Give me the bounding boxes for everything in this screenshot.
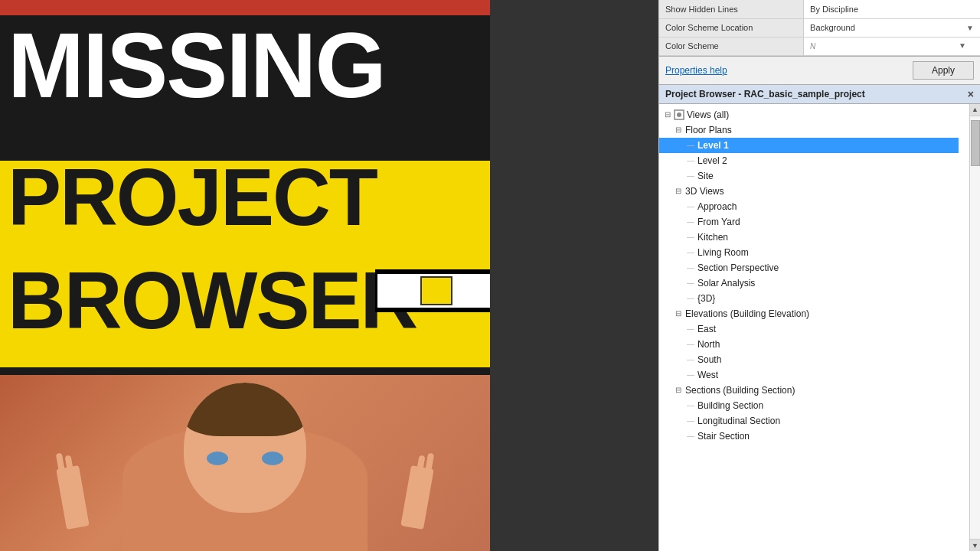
tree-label-approach: Approach xyxy=(697,201,737,212)
tree-item-3d-default[interactable]: — {3D} xyxy=(659,291,959,306)
red-bar xyxy=(0,0,490,15)
tree-item-east[interactable]: — East xyxy=(659,321,959,337)
dashed-icon-kitchen: — xyxy=(687,233,694,241)
browser-tree[interactable]: ⊟ Views (all) ⊟ Floor Plans — Level 1 xyxy=(659,104,969,552)
properties-section: Show Hidden Lines By Discipline Color Sc… xyxy=(659,0,980,57)
tree-item-level1[interactable]: — Level 1 xyxy=(659,138,959,153)
tree-item-solar-analysis[interactable]: — Solar Analysis xyxy=(659,276,959,291)
tree-label-south: South xyxy=(697,354,721,365)
color-scheme-value: N ▼ xyxy=(804,37,980,55)
svg-point-3 xyxy=(677,112,681,117)
tree-item-views-all[interactable]: ⊟ Views (all) xyxy=(659,107,959,122)
toggle-3d-views[interactable]: ⊟ xyxy=(673,186,684,197)
tree-label-solar-analysis: Solar Analysis xyxy=(697,278,755,289)
tree-item-3d-views[interactable]: ⊟ 3D Views xyxy=(659,184,959,199)
person-photo xyxy=(0,375,490,551)
tree-item-building-section[interactable]: — Building Section xyxy=(659,398,959,413)
dashed-icon-from-yard: — xyxy=(687,217,694,226)
tree-item-west[interactable]: — West xyxy=(659,367,959,383)
tree-label-sections: Sections (Building Section) xyxy=(685,385,795,396)
browser-titlebar: Project Browser - RAC_basic_sample_proje… xyxy=(659,85,980,104)
browser-label: BROWSER xyxy=(8,260,416,341)
tree-item-south[interactable]: — South xyxy=(659,352,959,367)
tree-label-stair-section: Stair Section xyxy=(697,431,750,442)
tree-label-west: West xyxy=(697,370,718,380)
tree-label-kitchen: Kitchen xyxy=(697,232,728,243)
tree-item-site[interactable]: — Site xyxy=(659,168,959,184)
toggle-elevations[interactable]: ⊟ xyxy=(673,308,684,319)
tree-item-sections[interactable]: ⊟ Sections (Building Section) xyxy=(659,383,959,398)
tree-label-section-perspective: Section Perspective xyxy=(697,262,779,273)
tree-label-north: North xyxy=(697,339,720,350)
project-label: PROJECT xyxy=(8,157,377,237)
dashed-icon-approach: — xyxy=(687,202,694,210)
tree-label-from-yard: From Yard xyxy=(697,217,740,227)
toggle-sections[interactable]: ⊟ xyxy=(673,385,684,396)
dashed-icon-section-perspective: — xyxy=(687,263,694,272)
properties-table: Show Hidden Lines By Discipline Color Sc… xyxy=(659,0,980,56)
dashed-icon-west: — xyxy=(687,370,694,379)
scrollbar[interactable]: ▲ ▼ xyxy=(969,104,980,552)
browser-close-button[interactable]: × xyxy=(968,88,974,100)
hidden-lines-label: Show Hidden Lines xyxy=(659,0,804,18)
hidden-lines-row: Show Hidden Lines By Discipline xyxy=(659,0,980,18)
scroll-down-button[interactable]: ▼ xyxy=(970,539,980,551)
apply-button[interactable]: Apply xyxy=(913,61,974,80)
scroll-up-button[interactable]: ▲ xyxy=(970,104,980,116)
tree-label-level2: Level 2 xyxy=(697,155,727,166)
dashed-icon-site: — xyxy=(687,171,694,180)
tree-label-elevations: Elevations (Building Elevation) xyxy=(685,308,809,319)
tree-item-north[interactable]: — North xyxy=(659,337,959,352)
tree-label-longitudinal-section: Longitudinal Section xyxy=(697,416,780,426)
arrow-graphic xyxy=(375,230,490,344)
dashed-icon-solar-analysis: — xyxy=(687,279,694,287)
tree-label-east: East xyxy=(697,324,716,334)
views-all-icon xyxy=(673,109,685,121)
color-scheme-location-value[interactable]: Background ▼ xyxy=(804,18,980,37)
properties-action-row: Properties help Apply xyxy=(659,57,980,85)
browser-title: Project Browser - RAC_basic_sample_proje… xyxy=(665,89,865,99)
hidden-lines-value: By Discipline xyxy=(804,0,980,18)
tree-label-floor-plans: Floor Plans xyxy=(685,125,732,135)
color-scheme-dropdown-arrow[interactable]: ▼ xyxy=(959,41,966,50)
dashed-icon-living-room: — xyxy=(687,248,694,256)
tree-item-longitudinal-section[interactable]: — Longitudinal Section xyxy=(659,413,959,429)
color-scheme-label: Color Scheme xyxy=(659,37,804,55)
tree-label-living-room: Living Room xyxy=(697,247,749,258)
color-scheme-location-label: Color Scheme Location xyxy=(659,18,804,37)
tree-label-3d-default: {3D} xyxy=(697,293,715,304)
scroll-track[interactable] xyxy=(970,116,980,540)
dropdown-arrow-icon[interactable]: ▼ xyxy=(966,24,974,32)
dashed-icon-3d-default: — xyxy=(687,294,694,302)
tree-item-approach[interactable]: — Approach xyxy=(659,199,959,214)
tree-label-views-all: Views (all) xyxy=(687,109,729,120)
tree-item-from-yard[interactable]: — From Yard xyxy=(659,214,959,230)
properties-help-link[interactable]: Properties help xyxy=(665,65,727,76)
tree-item-kitchen[interactable]: — Kitchen xyxy=(659,230,959,245)
svg-rect-1 xyxy=(421,277,452,305)
missing-label: MISSING xyxy=(8,19,385,111)
color-scheme-location-row[interactable]: Color Scheme Location Background ▼ xyxy=(659,18,980,37)
tree-label-building-section: Building Section xyxy=(697,400,763,411)
dashed-icon-level2: — xyxy=(687,156,694,165)
left-panel: MISSING PROJECT BROWSER xyxy=(0,0,490,551)
tree-item-section-perspective[interactable]: — Section Perspective xyxy=(659,260,959,276)
tree-item-level2[interactable]: — Level 2 xyxy=(659,153,959,168)
tree-item-living-room[interactable]: — Living Room xyxy=(659,245,959,260)
toggle-views-all[interactable]: ⊟ xyxy=(662,109,673,120)
tree-label-level1: Level 1 xyxy=(697,140,729,151)
toggle-floor-plans[interactable]: ⊟ xyxy=(673,125,684,135)
dashed-icon-stair-section: — xyxy=(687,432,694,440)
dashed-icon-longitudinal-section: — xyxy=(687,416,694,425)
scroll-thumb[interactable] xyxy=(971,120,980,166)
dashed-icon-north: — xyxy=(687,340,694,348)
tree-label-site: Site xyxy=(697,171,714,181)
tree-item-elevations[interactable]: ⊟ Elevations (Building Elevation) xyxy=(659,306,959,321)
dashed-icon-south: — xyxy=(687,355,694,364)
project-browser: Project Browser - RAC_basic_sample_proje… xyxy=(659,85,980,552)
dashed-icon-level1: — xyxy=(687,141,694,149)
tree-item-floor-plans[interactable]: ⊟ Floor Plans xyxy=(659,122,959,138)
tree-label-3d-views: 3D Views xyxy=(685,186,724,197)
color-scheme-row[interactable]: Color Scheme N ▼ xyxy=(659,37,980,55)
tree-item-stair-section[interactable]: — Stair Section xyxy=(659,429,959,444)
